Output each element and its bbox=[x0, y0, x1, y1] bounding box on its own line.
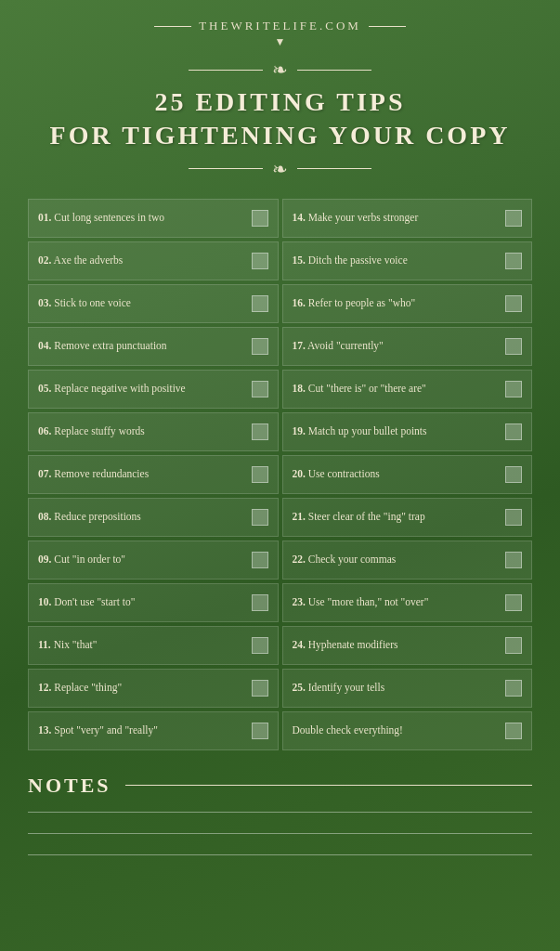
title-line-left bbox=[189, 70, 263, 71]
item-text: 19. Match up your bullet points bbox=[293, 424, 506, 438]
checkbox[interactable] bbox=[252, 338, 268, 355]
checkbox[interactable] bbox=[252, 680, 268, 697]
site-name: THEWRITELIFE.COM bbox=[28, 19, 532, 33]
checklist-item-left-6: 06. Replace stuffy words bbox=[28, 412, 279, 451]
checkbox[interactable] bbox=[505, 338, 522, 355]
notes-label: NOTES bbox=[28, 774, 532, 798]
item-text: 15. Ditch the passive voice bbox=[293, 254, 506, 267]
bottom-line-left bbox=[189, 168, 263, 169]
title-section: ❧ 25 EDITING TIPS FOR TIGHTENING YOUR CO… bbox=[28, 59, 532, 180]
checklist-item-right-5: 18. Cut "there is" or "there are" bbox=[282, 370, 533, 409]
notes-line-1 bbox=[28, 812, 532, 813]
main-title: 25 EDITING TIPS FOR TIGHTENING YOUR COPY bbox=[28, 85, 532, 153]
item-text: 12. Replace "thing" bbox=[38, 681, 252, 695]
checklist-item-left-5: 05. Replace negative with positive bbox=[28, 370, 279, 409]
checkbox[interactable] bbox=[252, 552, 268, 568]
decorative-arrow: ▼ bbox=[28, 35, 532, 49]
checklist-item-right-11: 24. Hyphenate modifiers bbox=[282, 626, 533, 665]
checklist-item-left-8: 08. Reduce prepositions bbox=[28, 498, 279, 537]
item-text: 22. Check your commas bbox=[293, 553, 506, 567]
title-line-right bbox=[297, 70, 371, 71]
item-text: 10. Don't use "start to" bbox=[38, 595, 252, 609]
checkbox[interactable] bbox=[252, 509, 268, 526]
item-text: 06. Replace stuffy words bbox=[38, 424, 252, 438]
checkbox[interactable] bbox=[505, 509, 522, 526]
item-text: 25. Identify your tells bbox=[293, 681, 506, 695]
checklist-item-left-10: 10. Don't use "start to" bbox=[28, 583, 279, 622]
checkbox[interactable] bbox=[252, 723, 268, 739]
checkbox[interactable] bbox=[505, 723, 522, 739]
item-text: 09. Cut "in order to" bbox=[38, 553, 252, 567]
notes-lines bbox=[28, 812, 532, 855]
item-text: 23. Use "more than," not "over" bbox=[293, 595, 506, 609]
checkbox[interactable] bbox=[252, 295, 268, 312]
checkbox[interactable] bbox=[505, 210, 522, 227]
item-text: 17. Avoid "currently" bbox=[293, 339, 506, 353]
checkbox[interactable] bbox=[252, 594, 268, 611]
checklist-item-right-2: 15. Ditch the passive voice bbox=[282, 241, 533, 280]
bottom-line-right bbox=[297, 168, 371, 169]
item-text: 03. Stick to one voice bbox=[38, 296, 252, 310]
item-text: 11. Nix "that" bbox=[38, 638, 252, 652]
checkbox[interactable] bbox=[252, 253, 268, 269]
checklist-item-right-4: 17. Avoid "currently" bbox=[282, 327, 533, 366]
checkbox[interactable] bbox=[505, 552, 522, 568]
title-bottom-decoration: ❧ bbox=[28, 158, 532, 180]
main-container: THEWRITELIFE.COM ▼ ❧ 25 EDITING TIPS FOR… bbox=[0, 0, 560, 904]
notes-section: NOTES bbox=[28, 774, 532, 855]
item-text: 18. Cut "there is" or "there are" bbox=[293, 382, 506, 396]
checkbox[interactable] bbox=[505, 680, 522, 697]
item-text: 05. Replace negative with positive bbox=[38, 382, 252, 396]
notes-line-2 bbox=[28, 833, 532, 834]
item-text: 20. Use contractions bbox=[293, 467, 506, 481]
item-text: 24. Hyphenate modifiers bbox=[293, 638, 506, 652]
checkbox[interactable] bbox=[505, 295, 522, 312]
checklist-item-left-2: 02. Axe the adverbs bbox=[28, 241, 279, 280]
item-text: 13. Spot "very" and "really" bbox=[38, 723, 252, 737]
item-text: 04. Remove extra punctuation bbox=[38, 339, 252, 353]
checkbox[interactable] bbox=[505, 637, 522, 654]
item-text: 21. Steer clear of the "ing" trap bbox=[293, 510, 506, 524]
checkbox[interactable] bbox=[505, 253, 522, 269]
checkbox[interactable] bbox=[505, 423, 522, 440]
title-line2: FOR TIGHTENING YOUR COPY bbox=[28, 119, 532, 152]
item-text: 02. Axe the adverbs bbox=[38, 254, 252, 267]
checkbox[interactable] bbox=[252, 381, 268, 397]
checklist-item-right-3: 16. Refer to people as "who" bbox=[282, 284, 533, 323]
checklist-item-left-13: 13. Spot "very" and "really" bbox=[28, 711, 279, 750]
checkbox[interactable] bbox=[252, 423, 268, 440]
item-text: Double check everything! bbox=[293, 723, 506, 737]
checklist-item-right-9: 22. Check your commas bbox=[282, 541, 533, 580]
checkbox[interactable] bbox=[252, 637, 268, 654]
notes-label-text: NOTES bbox=[28, 774, 111, 798]
checklist-item-right-1: 14. Make your verbs stronger bbox=[282, 199, 533, 238]
checklist-item-right-6: 19. Match up your bullet points bbox=[282, 412, 533, 451]
title-line1: 25 EDITING TIPS bbox=[28, 85, 532, 119]
checklist-item-left-9: 09. Cut "in order to" bbox=[28, 541, 279, 580]
checklist-item-left-3: 03. Stick to one voice bbox=[28, 284, 279, 323]
checklist-item-right-7: 20. Use contractions bbox=[282, 455, 533, 494]
checklist-item-left-12: 12. Replace "thing" bbox=[28, 669, 279, 708]
notes-line-3 bbox=[28, 854, 532, 855]
checklist-item-right-13: Double check everything! bbox=[282, 711, 533, 750]
swirl-left: ❧ bbox=[272, 59, 288, 81]
swirl-right: ❧ bbox=[272, 158, 288, 180]
title-top-decoration: ❧ bbox=[28, 59, 532, 81]
checklist-grid: 01. Cut long sentences in two14. Make yo… bbox=[28, 199, 532, 750]
item-text: 07. Remove redundancies bbox=[38, 467, 252, 481]
checklist-item-left-11: 11. Nix "that" bbox=[28, 626, 279, 665]
item-text: 14. Make your verbs stronger bbox=[293, 211, 506, 225]
checklist-item-left-1: 01. Cut long sentences in two bbox=[28, 199, 279, 238]
checkbox[interactable] bbox=[252, 210, 268, 227]
checklist-item-right-8: 21. Steer clear of the "ing" trap bbox=[282, 498, 533, 537]
site-name-text: THEWRITELIFE.COM bbox=[199, 19, 361, 33]
checkbox[interactable] bbox=[505, 466, 522, 483]
checkbox[interactable] bbox=[252, 466, 268, 483]
item-text: 16. Refer to people as "who" bbox=[293, 296, 506, 310]
checklist-item-left-7: 07. Remove redundancies bbox=[28, 455, 279, 494]
checkbox[interactable] bbox=[505, 381, 522, 397]
checkbox[interactable] bbox=[505, 594, 522, 611]
site-header: THEWRITELIFE.COM ▼ bbox=[28, 19, 532, 49]
item-text: 01. Cut long sentences in two bbox=[38, 211, 252, 225]
checklist-item-right-10: 23. Use "more than," not "over" bbox=[282, 583, 533, 622]
